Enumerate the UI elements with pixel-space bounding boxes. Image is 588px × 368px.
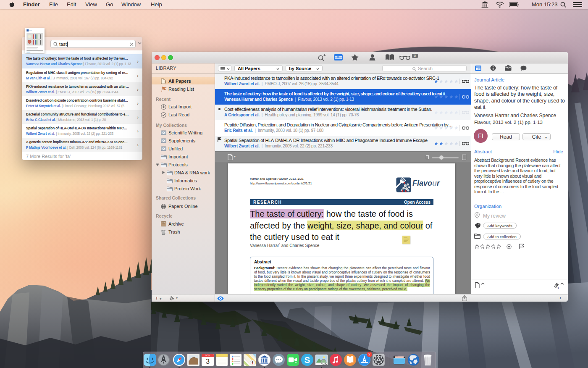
svg-text:NOV: NOV: [205, 355, 210, 357]
svg-text:3: 3: [206, 357, 210, 365]
svg-text:S: S: [304, 355, 310, 365]
